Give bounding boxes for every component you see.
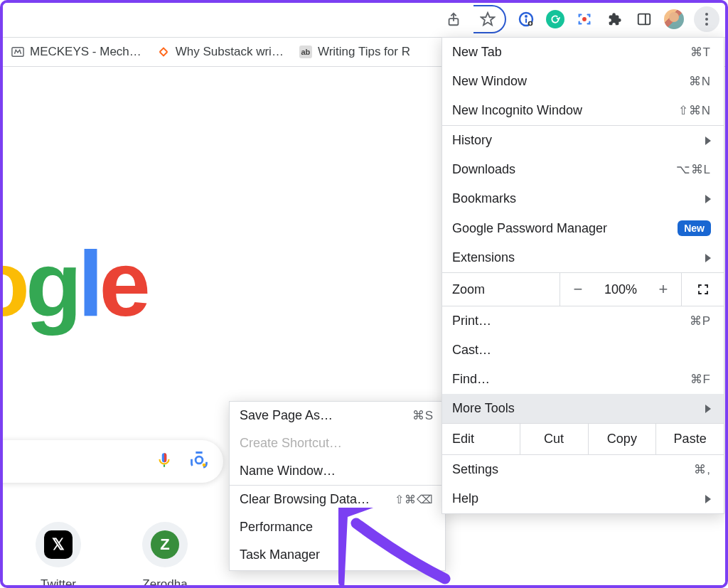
chevron-right-icon [705,405,711,413]
svg-rect-4 [525,18,527,23]
svg-rect-8 [638,14,651,25]
bookmark-meckeys[interactable]: MECKEYS - Mech… [11,45,141,59]
extensions-puzzle-icon[interactable] [604,9,624,29]
bookmark-favicon: ab [299,46,312,58]
sidepanel-icon[interactable] [634,9,654,29]
menu-more-tools[interactable]: More Tools [442,394,724,423]
star-icon[interactable] [478,9,498,29]
search-box[interactable] [0,440,223,483]
shortcut-zerodha[interactable]: Z Zerodha [142,522,188,588]
bookmark-label: MECKEYS - Mech… [30,45,141,59]
menu-edit-row: Edit Cut Copy Paste [442,423,724,455]
submenu-name-window[interactable]: Name Window… [230,457,445,485]
google-lens-ext-icon[interactable] [574,9,594,29]
bookmark-substack[interactable]: Why Substack wri… [157,45,284,59]
bookmark-favicon [157,46,170,58]
zoom-out-button[interactable]: − [560,273,596,306]
zoom-label: Zoom [442,273,560,306]
fullscreen-button[interactable] [681,273,724,306]
zoom-level: 100% [596,273,646,306]
menu-extensions[interactable]: Extensions [442,243,724,272]
menu-find[interactable]: Find… ⌘F [442,365,724,394]
bookmark-label: Why Substack wri… [176,45,284,59]
bookmark-label: Writing Tips for R [318,45,410,59]
extension-onetab-icon[interactable] [516,9,536,29]
bookmark-writing-tips[interactable]: ab Writing Tips for R [299,45,410,59]
submenu-task-manager[interactable]: Task Manager [230,541,445,569]
chevron-right-icon [705,137,711,145]
menu-google-password-manager[interactable]: Google Password Manager New [442,213,724,243]
svg-rect-6 [530,22,532,25]
edit-paste[interactable]: Paste [656,424,724,454]
submenu-create-shortcut: Create Shortcut… [230,429,445,457]
svg-point-3 [525,15,528,18]
grammarly-icon[interactable] [546,10,564,28]
browser-toolbar [3,3,725,36]
profile-avatar[interactable] [664,9,684,29]
svg-point-13 [203,463,206,466]
bookmark-star-wrap [473,5,506,33]
share-icon[interactable] [444,9,464,29]
more-menu-button[interactable] [694,6,719,32]
bookmark-favicon [11,46,24,58]
menu-history[interactable]: History [442,126,724,155]
chevron-right-icon [705,195,711,203]
menu-bookmarks[interactable]: Bookmarks [442,184,724,213]
menu-new-incognito[interactable]: New Incognito Window ⇧⌘N [442,96,724,125]
svg-marker-1 [481,13,494,25]
submenu-clear-browsing-data[interactable]: Clear Browsing Data… ⇧⌘⌫ [230,486,445,513]
zoom-in-button[interactable]: + [646,273,681,306]
chevron-right-icon [705,254,711,262]
menu-help[interactable]: Help [442,484,724,513]
edit-cut[interactable]: Cut [520,424,589,454]
svg-point-12 [196,456,203,464]
shortcut-label: Zerodha [142,577,188,588]
shortcut-twitter[interactable]: 𝕏 Twitter [36,522,81,588]
zerodha-icon: Z [151,530,179,559]
menu-cast[interactable]: Cast… [442,336,724,365]
vertical-dots-icon [705,13,708,26]
twitter-icon: 𝕏 [44,530,73,559]
submenu-performance[interactable]: Performance [230,513,445,541]
edit-copy[interactable]: Copy [589,424,657,454]
voice-search-icon[interactable] [155,451,173,473]
google-logo: Google [0,230,146,337]
menu-new-tab[interactable]: New Tab ⌘T [442,38,724,67]
edit-label: Edit [442,424,520,454]
submenu-save-page[interactable]: Save Page As… ⌘S [230,402,445,429]
menu-new-window[interactable]: New Window ⌘N [442,67,724,96]
chrome-main-menu: New Tab ⌘T New Window ⌘N New Incognito W… [441,37,724,514]
chevron-right-icon [705,495,711,503]
more-tools-submenu: Save Page As… ⌘S Create Shortcut… Name W… [229,401,446,571]
menu-settings[interactable]: Settings ⌘, [442,455,724,484]
menu-zoom-row: Zoom − 100% + [442,272,724,306]
lens-search-icon[interactable] [189,450,209,474]
menu-print[interactable]: Print… ⌘P [442,306,724,336]
svg-point-7 [582,17,587,21]
shortcut-label: Twitter [36,577,81,588]
menu-downloads[interactable]: Downloads ⌥⌘L [442,155,724,184]
new-badge: New [678,220,711,236]
